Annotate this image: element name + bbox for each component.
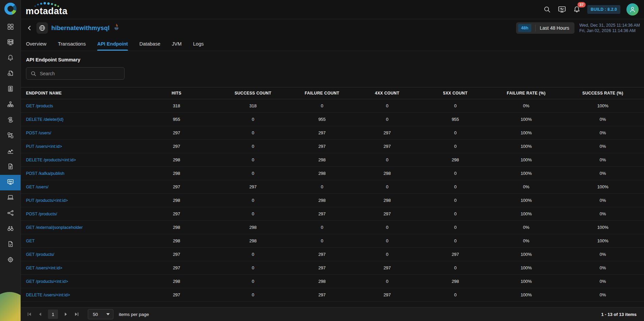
endpoint-link[interactable]: GET — [26, 239, 35, 243]
content-area: API Endpoint Summary ENDPOINT NAME HITS … — [21, 51, 644, 307]
5xx-count-cell: 0 — [420, 238, 491, 243]
sidebar-item-dashboard[interactable] — [0, 20, 21, 35]
tab-jvm[interactable]: JVM — [172, 41, 182, 51]
sidebar-item-log-explorer[interactable] — [0, 159, 21, 175]
sidebar-item-automation[interactable] — [0, 113, 21, 128]
endpoint-link[interactable]: GET /users/ — [26, 185, 48, 189]
endpoint-link[interactable]: PUT /users/<int:id> — [26, 144, 62, 149]
endpoint-link[interactable]: POST /products/ — [26, 212, 57, 216]
app-root: motadata 37 BUI — [0, 0, 644, 321]
section-title: API Endpoint Summary — [21, 56, 644, 67]
search-icon[interactable] — [543, 5, 552, 14]
sidebar-item-alerts[interactable] — [0, 51, 21, 66]
next-page-button[interactable] — [61, 310, 70, 319]
endpoint-link[interactable]: PUT /products/<int:id> — [26, 198, 68, 203]
sidebar-item-workflow[interactable] — [0, 206, 21, 221]
time-range-badge: 48h — [518, 24, 532, 32]
success-count-cell: 0 — [216, 279, 290, 284]
tab-transactions[interactable]: Transactions — [58, 41, 85, 51]
endpoint-link[interactable]: POST /kafka/publish — [26, 171, 64, 176]
endpoint-link[interactable]: GET /products/<int:id> — [26, 279, 68, 284]
col-success-rate: SUCCESS RATE (%) — [562, 91, 644, 96]
failure-count-cell: 0 — [290, 103, 354, 108]
5xx-count-cell: 0 — [420, 198, 491, 203]
5xx-count-cell: 298 — [420, 157, 491, 162]
4xx-count-cell: 0 — [354, 225, 420, 230]
endpoint-link[interactable]: DELETE /delete/{id} — [26, 117, 63, 122]
notifications-bell-icon[interactable]: 37 — [572, 5, 581, 14]
sidebar-item-reports[interactable] — [0, 82, 21, 97]
page-header-left: hibernatewithmysql — [26, 22, 119, 34]
file-clock-icon — [7, 70, 14, 78]
chevron-down-icon — [106, 313, 110, 315]
4xx-count-cell: 298 — [354, 198, 420, 203]
success-count-cell: 0 — [216, 211, 290, 216]
endpoint-cell: GET /products/ — [21, 252, 137, 257]
endpoint-link[interactable]: DELETE /users/<int:id> — [26, 293, 70, 297]
sidebar-item-scheduled-reports[interactable] — [0, 66, 21, 82]
endpoint-cell: GET /external/jsonplaceholder — [21, 225, 137, 230]
globe-icon[interactable] — [36, 22, 48, 34]
log-doc-icon — [7, 163, 14, 171]
failure-rate-cell: 0% — [491, 184, 562, 189]
failure-count-cell: 297 — [290, 211, 354, 216]
sidebar-item-topology[interactable] — [0, 97, 21, 113]
endpoint-cell: POST /users/ — [21, 130, 137, 135]
dashboard-grid-icon — [7, 23, 14, 32]
sidebar-item-metric-explorer[interactable] — [0, 144, 21, 159]
sidebar-item-ncm[interactable] — [0, 190, 21, 206]
search-input[interactable] — [40, 71, 120, 76]
prev-page-button[interactable] — [36, 310, 45, 319]
first-page-button[interactable] — [25, 310, 34, 319]
endpoint-cell: GET /products/<int:id> — [21, 279, 137, 284]
col-success-count: SUCCESS COUNT — [216, 91, 290, 96]
time-range-selector[interactable]: 48h Last 48 Hours — [516, 22, 575, 34]
4xx-count-cell: 297 — [354, 265, 420, 270]
failure-count-cell: 0 — [290, 225, 354, 230]
failure-count-cell: 298 — [290, 157, 354, 162]
hits-cell: 298 — [137, 279, 216, 284]
hits-cell: 298 — [137, 157, 216, 162]
4xx-count-cell: 298 — [354, 171, 420, 176]
last-page-button[interactable] — [72, 310, 81, 319]
success-count-cell: 0 — [216, 117, 290, 122]
success-rate-cell: 0% — [562, 171, 644, 176]
failure-rate-cell: 0% — [491, 238, 562, 243]
motadata-logo-icon[interactable] — [4, 3, 17, 15]
5xx-count-cell: 0 — [420, 103, 491, 108]
table-row: DELETE /products/<int:id> 298 0 298 0 29… — [21, 153, 644, 167]
col-hits: HITS — [137, 91, 216, 96]
sidebar-item-settings[interactable] — [0, 252, 21, 268]
hits-cell: 298 — [137, 171, 216, 176]
failure-count-cell: 298 — [290, 279, 354, 284]
main-area: motadata 37 BUI — [21, 0, 644, 321]
endpoint-link[interactable]: GET /external/jsonplaceholder — [26, 225, 83, 230]
sidebar-item-integrations[interactable] — [0, 128, 21, 144]
endpoint-link[interactable]: DELETE /products/<int:id> — [26, 158, 76, 162]
endpoint-link[interactable]: GET /users/<int:id> — [26, 266, 62, 270]
current-page-button[interactable]: 1 — [48, 310, 58, 319]
date-range-text: Wed, Dec 31, 2025 11:14:36 AM Fri, Jan 0… — [579, 23, 640, 34]
failure-count-cell: 297 — [290, 252, 354, 257]
endpoint-link[interactable]: GET /products — [26, 104, 53, 108]
sidebar-item-compliance[interactable] — [0, 237, 21, 252]
system-health-icon[interactable] — [558, 5, 566, 14]
tab-database[interactable]: Database — [139, 41, 160, 51]
sidebar-item-infrastructure[interactable] — [0, 35, 21, 51]
tab-overview[interactable]: Overview — [26, 41, 46, 51]
sidebar-item-apm[interactable] — [0, 175, 21, 190]
failure-rate-cell: 0% — [491, 103, 562, 108]
4xx-count-cell: 297 — [354, 144, 420, 149]
back-chevron-icon[interactable] — [26, 24, 33, 32]
sidebar-item-discovery[interactable] — [0, 221, 21, 237]
page-size-select[interactable]: 50 — [88, 309, 113, 319]
success-count-cell: 0 — [216, 292, 290, 297]
tab-logs[interactable]: Logs — [193, 41, 204, 51]
tab-api-endpoint[interactable]: API Endpoint — [97, 41, 128, 51]
endpoint-cell: DELETE /users/<int:id> — [21, 292, 137, 297]
sidebar — [0, 0, 21, 321]
success-rate-cell: 100% — [562, 103, 644, 108]
user-avatar[interactable] — [626, 3, 639, 16]
endpoint-link[interactable]: GET /products/ — [26, 252, 54, 257]
endpoint-link[interactable]: POST /users/ — [26, 131, 51, 135]
